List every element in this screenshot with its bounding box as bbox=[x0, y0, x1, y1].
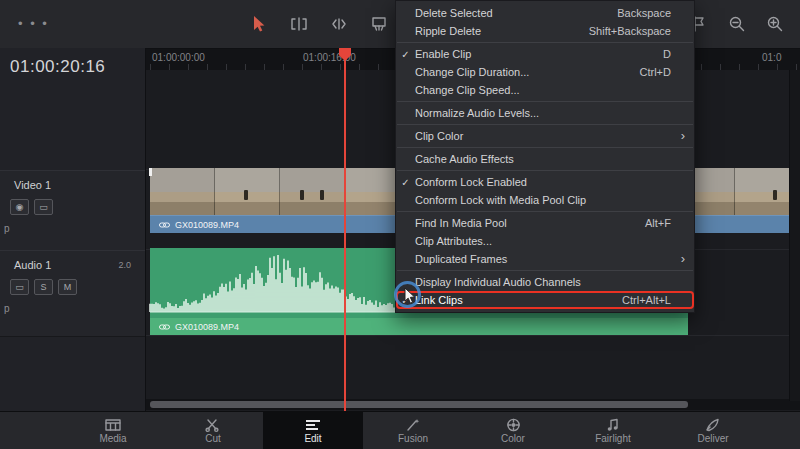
horizontal-scrollbar-thumb[interactable] bbox=[150, 401, 688, 408]
fusion-page-icon bbox=[405, 418, 421, 432]
submenu-arrow-icon: › bbox=[681, 251, 685, 266]
nav-item-label: Deliver bbox=[697, 434, 728, 444]
audio-track-name: Audio 1 bbox=[14, 259, 51, 271]
nav-item-label: Fusion bbox=[398, 434, 428, 444]
solo-button[interactable]: S bbox=[34, 279, 53, 295]
menu-item-shortcut: D bbox=[663, 48, 694, 60]
video-track-overflow-text: p bbox=[4, 223, 10, 234]
playhead-timecode: 01:00:20:16 bbox=[10, 57, 105, 77]
menu-item-shortcut: Ctrl+Alt+L bbox=[622, 294, 694, 306]
nav-item-deliver[interactable]: Deliver bbox=[663, 412, 763, 449]
zoom-in-icon[interactable] bbox=[764, 11, 786, 37]
menu-item-ripple-delete[interactable]: Ripple DeleteShift+Backspace bbox=[396, 22, 694, 40]
bottom-nav: MediaCutEditFusionColorFairlightDeliver bbox=[0, 411, 800, 449]
menu-separator bbox=[397, 124, 693, 125]
audio-track-controls: ▭ S M bbox=[10, 279, 77, 295]
mute-button[interactable]: M bbox=[58, 279, 77, 295]
menu-item-label: Link Clips bbox=[415, 294, 622, 306]
menu-separator bbox=[397, 270, 693, 271]
menu-separator bbox=[397, 101, 693, 102]
ruler-timecode-label: 01:00:00:00 bbox=[152, 52, 205, 63]
davinci-resolve-edit-page: • • • 01:00:00:00 01:00:16:00 01:0 GX010… bbox=[0, 0, 800, 449]
menu-item-find-in-media-pool[interactable]: Find In Media PoolAlt+F bbox=[396, 214, 694, 232]
playhead-line[interactable] bbox=[344, 48, 346, 411]
track-divider bbox=[145, 335, 800, 336]
menu-item-label: Enable Clip bbox=[415, 48, 663, 60]
audio-track-header[interactable]: Audio 1 2.0 ▭ S M p bbox=[0, 250, 145, 337]
person-figure bbox=[773, 190, 777, 200]
context-menu: Delete SelectedBackspaceRipple DeleteShi… bbox=[395, 0, 695, 313]
menu-item-shortcut: Shift+Backspace bbox=[589, 25, 694, 37]
video-track-controls: ◉ ▭ bbox=[10, 199, 53, 215]
nav-item-cut[interactable]: Cut bbox=[163, 412, 263, 449]
fairlight-page-icon bbox=[606, 418, 620, 432]
video-thumbnail bbox=[280, 168, 345, 215]
menu-item-label: Duplicated Frames bbox=[415, 253, 694, 265]
menu-item-label: Ripple Delete bbox=[415, 25, 589, 37]
menu-item-enable-clip[interactable]: ✓Enable ClipD bbox=[396, 45, 694, 63]
razor-tool-icon[interactable] bbox=[366, 11, 392, 37]
dynamic-trim-tool-icon[interactable] bbox=[326, 11, 352, 37]
menu-item-shortcut: Backspace bbox=[617, 7, 694, 19]
menu-item-shortcut: Ctrl+D bbox=[640, 66, 694, 78]
nav-item-edit[interactable]: Edit bbox=[263, 412, 363, 449]
menu-item-clip-color[interactable]: Clip Color› bbox=[396, 127, 694, 145]
zoom-out-icon[interactable] bbox=[726, 11, 748, 37]
nav-item-label: Cut bbox=[205, 434, 221, 444]
menu-item-shortcut: Alt+F bbox=[645, 217, 694, 229]
menu-item-display-individual-audio-channels[interactable]: Display Individual Audio Channels bbox=[396, 273, 694, 291]
menu-item-label: Normalize Audio Levels... bbox=[415, 107, 694, 119]
menu-item-conform-lock-enabled[interactable]: ✓Conform Lock Enabled bbox=[396, 173, 694, 191]
menu-item-clip-attributes[interactable]: Clip Attributes... bbox=[396, 232, 694, 250]
checkmark-icon: ✓ bbox=[396, 177, 415, 188]
nav-item-color[interactable]: Color bbox=[463, 412, 563, 449]
menu-separator bbox=[397, 211, 693, 212]
person-figure bbox=[300, 190, 304, 200]
track-enable-icon[interactable]: ▭ bbox=[34, 199, 53, 215]
menu-item-normalize-audio-levels[interactable]: Normalize Audio Levels... bbox=[396, 104, 694, 122]
menu-item-label: Delete Selected bbox=[415, 7, 617, 19]
nav-item-label: Color bbox=[501, 434, 525, 444]
menu-item-link-clips[interactable]: ✓Link ClipsCtrl+Alt+L bbox=[396, 291, 694, 309]
more-options-icon[interactable]: • • • bbox=[18, 16, 49, 31]
menu-item-label: Cache Audio Effects bbox=[415, 153, 694, 165]
video-track-name: Video 1 bbox=[14, 179, 51, 191]
menu-item-label: Clip Attributes... bbox=[415, 235, 694, 247]
menu-item-duplicated-frames[interactable]: Duplicated Frames› bbox=[396, 250, 694, 268]
menu-item-label: Display Individual Audio Channels bbox=[415, 276, 694, 288]
audio-clip-bar[interactable]: GX010089.MP4 bbox=[150, 318, 688, 335]
menu-separator bbox=[397, 147, 693, 148]
video-thumbnail bbox=[215, 168, 280, 215]
track-lock-icon[interactable]: ▭ bbox=[10, 279, 29, 295]
track-lock-icon[interactable]: ◉ bbox=[10, 199, 29, 215]
menu-separator bbox=[397, 42, 693, 43]
clip-edge-marker bbox=[149, 168, 152, 176]
menu-item-conform-lock-with-media-pool-clip[interactable]: Conform Lock with Media Pool Clip bbox=[396, 191, 694, 209]
nav-item-media[interactable]: Media bbox=[63, 412, 163, 449]
video-thumbnail bbox=[150, 168, 215, 215]
menu-item-delete-selected[interactable]: Delete SelectedBackspace bbox=[396, 4, 694, 22]
trim-edit-tool-icon[interactable] bbox=[286, 11, 312, 37]
vertical-scrollbar[interactable] bbox=[789, 70, 800, 401]
menu-item-label: Clip Color bbox=[415, 130, 694, 142]
media-page-icon bbox=[105, 418, 121, 432]
pointer-tool-icon[interactable] bbox=[246, 11, 272, 37]
menu-item-change-clip-speed[interactable]: Change Clip Speed... bbox=[396, 81, 694, 99]
menu-item-label: Conform Lock Enabled bbox=[415, 176, 694, 188]
link-icon bbox=[159, 323, 170, 331]
edit-tools-group bbox=[246, 11, 392, 37]
menu-item-change-clip-duration[interactable]: Change Clip Duration...Ctrl+D bbox=[396, 63, 694, 81]
track-header-panel: 01:00:20:16 Video 1 ◉ ▭ p Audio 1 2.0 ▭ … bbox=[0, 48, 146, 412]
menu-item-label: Change Clip Speed... bbox=[415, 84, 694, 96]
submenu-arrow-icon: › bbox=[681, 128, 685, 143]
nav-item-label: Fairlight bbox=[595, 434, 631, 444]
menu-item-cache-audio-effects[interactable]: Cache Audio Effects bbox=[396, 150, 694, 168]
video-track-header[interactable]: Video 1 ◉ ▭ p bbox=[0, 170, 145, 252]
link-icon bbox=[159, 221, 170, 229]
nav-item-fairlight[interactable]: Fairlight bbox=[563, 412, 663, 449]
menu-item-label: Change Clip Duration... bbox=[415, 66, 640, 78]
horizontal-scrollbar[interactable] bbox=[145, 399, 800, 410]
person-figure bbox=[244, 190, 248, 200]
nav-item-label: Edit bbox=[304, 434, 321, 444]
nav-item-fusion[interactable]: Fusion bbox=[363, 412, 463, 449]
